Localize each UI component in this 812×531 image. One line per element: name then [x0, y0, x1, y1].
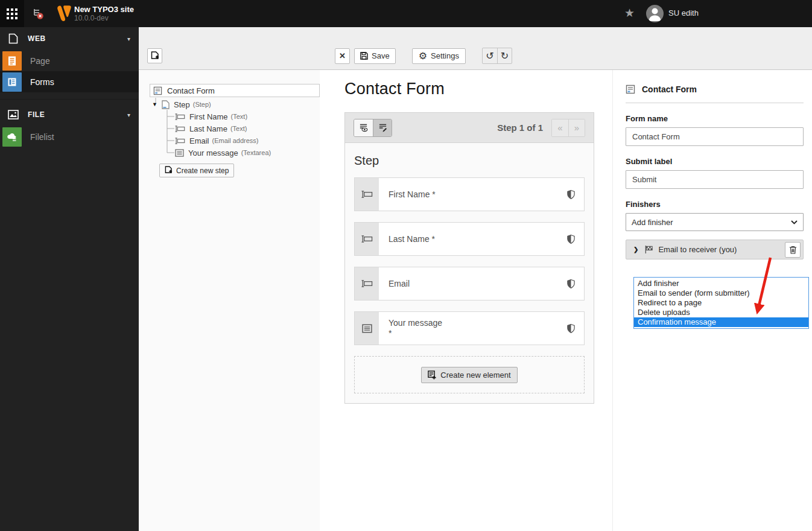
dropdown-option-add-finisher[interactable]: Add finisher [634, 279, 808, 288]
save-button[interactable]: Save [354, 48, 396, 64]
redo-button[interactable]: ↻ [497, 48, 512, 63]
delete-finisher-button[interactable] [785, 242, 801, 258]
tree-item-your-message[interactable]: Your message (Textarea) [175, 147, 271, 159]
typo3-logo[interactable] [57, 5, 71, 22]
tree-item-label: Email [189, 136, 209, 145]
stage-element-email[interactable]: Email [354, 267, 585, 300]
tree-item-type: (Step) [193, 101, 211, 108]
create-new-step-button[interactable]: Create new step [159, 164, 234, 177]
stage-element-first-name[interactable]: First Name * [354, 177, 585, 211]
close-button[interactable]: ✕ [335, 48, 350, 64]
sidebar-item-filelist[interactable]: Filelist [0, 126, 139, 147]
element-label: Last Name * [389, 234, 566, 244]
tree-item-type: (Textarea) [241, 149, 271, 156]
validator-shield-icon [566, 178, 584, 211]
new-form-button[interactable] [147, 48, 162, 63]
inspector-title: Contact Form [642, 84, 697, 94]
text-field-icon [175, 125, 185, 133]
tree-item-last-name[interactable]: Last Name (Text) [175, 122, 247, 135]
new-element-icon [428, 370, 436, 380]
module-menu: WEB ▾ Page Forms FI [0, 27, 139, 531]
section-file-label: FILE [28, 110, 127, 119]
section-web[interactable]: WEB ▾ [0, 27, 139, 50]
element-label: First Name * [389, 189, 566, 200]
form-editor-stage: Contact Form Step 1 [320, 70, 612, 531]
tree-item-contact-form[interactable]: Contact Form [150, 84, 320, 97]
step-pager: « » [551, 119, 585, 137]
step-card-body: Step First Name * [345, 143, 594, 403]
add-finisher-select-value: Add finisher [632, 218, 791, 227]
undo-button[interactable]: ↺ [483, 48, 497, 63]
sidebar-item-forms[interactable]: Forms [0, 71, 139, 92]
form-name-input[interactable] [626, 127, 804, 146]
tree-item-step[interactable]: Step (Step) [162, 98, 211, 110]
textarea-icon [362, 324, 372, 333]
avatar[interactable] [646, 5, 664, 22]
section-file[interactable]: FILE ▾ [0, 103, 139, 126]
chevron-down-icon [791, 220, 798, 224]
text-field-icon [175, 113, 185, 121]
new-document-icon [151, 51, 159, 61]
username-menu[interactable]: SU edith [668, 8, 699, 17]
edit-mode-button[interactable] [373, 119, 392, 136]
finisher-flag-icon [644, 245, 653, 254]
tree-item-label: Contact Form [167, 86, 215, 95]
dropdown-option-delete-uploads[interactable]: Delete uploads [634, 308, 808, 317]
collapse-tree-button[interactable] [29, 5, 47, 23]
new-element-drop-zone: Create new element [354, 356, 585, 393]
tree-item-first-name[interactable]: First Name (Text) [175, 110, 247, 122]
step-paginator-label: Step 1 of 1 [497, 122, 543, 133]
element-type-strip [355, 312, 379, 345]
tree-item-email[interactable]: Email (Email address) [175, 135, 259, 147]
chevron-down-icon: ▾ [127, 36, 130, 42]
step-heading: Step [354, 154, 585, 168]
tree-item-type: (Text) [231, 113, 248, 120]
validator-shield-icon [566, 267, 584, 300]
create-new-step-label: Create new step [176, 167, 229, 175]
stage-element-your-message[interactable]: Your message * [354, 311, 585, 345]
element-required-mark: * [389, 328, 566, 339]
validator-shield-icon [566, 312, 584, 345]
submit-label-input[interactable] [626, 170, 804, 189]
next-step-button[interactable]: » [568, 119, 585, 136]
element-type-strip [355, 178, 379, 211]
form-icon [153, 86, 162, 95]
save-icon [360, 52, 368, 60]
finishers-label: Finishers [626, 200, 804, 209]
step-icon [162, 100, 170, 109]
tree-item-label: Last Name [189, 124, 227, 133]
preview-mode-button[interactable] [354, 119, 373, 136]
stage-element-last-name[interactable]: Last Name * [354, 222, 585, 256]
add-finisher-select[interactable]: Add finisher [626, 213, 804, 231]
text-field-icon [175, 137, 185, 145]
dropdown-option-confirmation-message[interactable]: Confirmation message [634, 317, 808, 327]
settings-button-label: Settings [431, 51, 459, 60]
chevron-down-icon: ▾ [127, 112, 130, 118]
collapse-tree-icon [32, 8, 44, 20]
step-card: Step 1 of 1 « » Step First Name * [344, 112, 594, 404]
bookmark-star-icon[interactable]: ★ [624, 6, 635, 20]
finisher-item-label: Email to receiver (you) [658, 245, 785, 254]
trash-icon [789, 246, 797, 254]
previous-step-button[interactable]: « [552, 119, 568, 136]
tree-collapse-caret-icon[interactable]: ▼ [152, 101, 157, 107]
new-document-icon [165, 166, 173, 175]
view-mode-toggle [354, 119, 392, 137]
element-label: Your message [389, 318, 566, 328]
text-field-icon [361, 190, 373, 199]
apps-grid-button[interactable] [0, 0, 24, 27]
save-button-label: Save [372, 51, 390, 60]
preview-document-eye-icon [359, 123, 368, 132]
finisher-email-to-receiver[interactable]: ❯ Email to receiver (you) [626, 240, 804, 259]
settings-button[interactable]: ⚙ Settings [412, 48, 466, 64]
divider [626, 103, 804, 103]
dropdown-option-email-to-sender[interactable]: Email to sender (form submitter) [634, 288, 808, 298]
topbar: New TYPO3 site 10.0.0-dev ★ SU edith [0, 0, 812, 27]
site-title: New TYPO3 site [74, 5, 134, 14]
dropdown-option-redirect-to-page[interactable]: Redirect to a page [634, 298, 808, 308]
create-new-element-button[interactable]: Create new element [421, 367, 517, 383]
sidebar-item-page[interactable]: Page [0, 50, 139, 71]
element-label: Email [389, 279, 566, 289]
apps-grid-icon [7, 8, 17, 19]
undo-redo-group: ↺ ↻ [482, 48, 512, 64]
